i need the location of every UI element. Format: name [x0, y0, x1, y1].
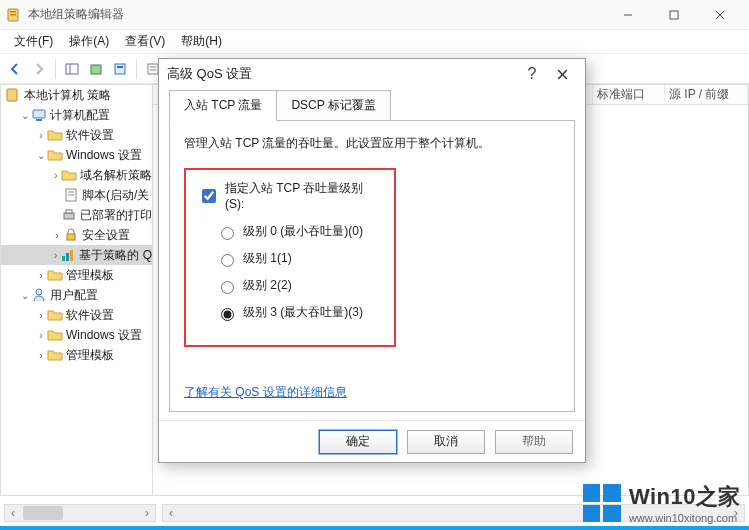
svg-rect-12	[148, 64, 158, 74]
throughput-checkbox-row[interactable]: 指定入站 TCP 吞吐量级别(S):	[198, 180, 382, 211]
svg-rect-17	[36, 119, 42, 121]
show-hide-tree-icon[interactable]	[61, 58, 83, 80]
tree-dns-policy[interactable]: › 域名解析策略	[1, 165, 152, 185]
svg-rect-21	[67, 234, 75, 240]
svg-rect-7	[66, 64, 78, 74]
cancel-button[interactable]: 取消	[407, 430, 485, 454]
collapse-icon[interactable]: ⌄	[35, 150, 47, 161]
folder-icon	[47, 347, 63, 363]
main-titlebar: 本地组策略编辑器	[0, 0, 749, 30]
expand-icon[interactable]: ›	[51, 250, 60, 261]
tree-user-config[interactable]: ⌄ 用户配置	[1, 285, 152, 305]
tab-inbound-tcp[interactable]: 入站 TCP 流量	[169, 90, 277, 121]
menu-view[interactable]: 查看(V)	[117, 30, 173, 53]
scroll-right-icon[interactable]: ›	[139, 506, 155, 520]
menu-action[interactable]: 操作(A)	[61, 30, 117, 53]
folder-icon	[47, 147, 63, 163]
close-button[interactable]	[697, 0, 743, 30]
help-button[interactable]: 帮助	[495, 430, 573, 454]
svg-rect-20	[66, 210, 72, 213]
export-icon[interactable]	[85, 58, 107, 80]
properties-icon[interactable]	[109, 58, 131, 80]
radio-level-2[interactable]: 级别 2(2)	[216, 277, 382, 294]
folder-icon	[47, 127, 63, 143]
radio-level-3-input[interactable]	[221, 308, 234, 321]
folder-icon	[47, 327, 63, 343]
qos-dialog: 高级 QoS 设置 ? 入站 TCP 流量 DSCP 标记覆盖 管理入站 TCP…	[158, 58, 586, 463]
scroll-thumb[interactable]	[23, 506, 63, 520]
radio-level-1[interactable]: 级别 1(1)	[216, 250, 382, 267]
menu-help[interactable]: 帮助(H)	[173, 30, 230, 53]
tree-hscrollbar[interactable]: ‹ ›	[4, 504, 156, 522]
tree-admin-templates[interactable]: › 管理模板	[1, 265, 152, 285]
tree-user-windows[interactable]: › Windows 设置	[1, 325, 152, 345]
dialog-title: 高级 QoS 设置	[167, 65, 517, 83]
tree-scripts[interactable]: 脚本(启动/关	[1, 185, 152, 205]
radio-level-1-input[interactable]	[221, 254, 234, 267]
windows-logo-icon	[583, 484, 621, 522]
computer-icon	[31, 107, 47, 123]
forward-icon[interactable]	[28, 58, 50, 80]
tree-qos-policy[interactable]: › 基于策略的 Q	[1, 245, 152, 265]
expand-icon[interactable]: ›	[35, 130, 47, 141]
policy-icon	[5, 87, 21, 103]
tree-printers[interactable]: 已部署的打印	[1, 205, 152, 225]
tree-pane: 本地计算机 策略 ⌄ 计算机配置 › 软件设置 ⌄ Windows 设置 › 域…	[1, 85, 153, 495]
dialog-close-button[interactable]	[547, 61, 577, 87]
expand-icon[interactable]: ›	[51, 230, 63, 241]
lock-icon	[63, 227, 79, 243]
collapse-icon[interactable]: ⌄	[19, 110, 31, 121]
dialog-tabs: 入站 TCP 流量 DSCP 标记覆盖	[169, 89, 575, 120]
tree-root[interactable]: 本地计算机 策略	[1, 85, 152, 105]
svg-rect-22	[62, 256, 65, 261]
collapse-icon[interactable]: ⌄	[19, 290, 31, 301]
svg-rect-16	[33, 110, 45, 118]
dialog-description: 管理入站 TCP 流量的吞吐量。此设置应用于整个计算机。	[184, 135, 560, 152]
minimize-button[interactable]	[605, 0, 651, 30]
maximize-button[interactable]	[651, 0, 697, 30]
svg-rect-15	[7, 89, 17, 101]
tree-windows-settings[interactable]: ⌄ Windows 设置	[1, 145, 152, 165]
bottom-accent-bar	[0, 526, 749, 530]
watermark: Win10之家 www.win10xitong.com	[583, 482, 741, 524]
grid-col-stdport[interactable]: 标准端口	[593, 85, 665, 104]
scroll-left-icon[interactable]: ‹	[5, 506, 21, 520]
menu-bar: 文件(F) 操作(A) 查看(V) 帮助(H)	[0, 30, 749, 54]
tree-user-templates[interactable]: › 管理模板	[1, 345, 152, 365]
qos-learn-more-link[interactable]: 了解有关 QoS 设置的详细信息	[184, 384, 560, 401]
back-icon[interactable]	[4, 58, 26, 80]
window-title: 本地组策略编辑器	[28, 6, 605, 23]
expand-icon[interactable]: ›	[35, 270, 47, 281]
radio-level-2-input[interactable]	[221, 281, 234, 294]
printer-icon	[61, 207, 77, 223]
throughput-checkbox[interactable]	[202, 189, 216, 203]
folder-icon	[47, 267, 63, 283]
ok-button[interactable]: 确定	[319, 430, 397, 454]
expand-icon[interactable]: ›	[35, 310, 47, 321]
chart-icon	[60, 247, 76, 263]
tree-software-settings[interactable]: › 软件设置	[1, 125, 152, 145]
dialog-help-button[interactable]: ?	[517, 61, 547, 87]
watermark-url: www.win10xitong.com	[629, 512, 741, 524]
tree-user-software[interactable]: › 软件设置	[1, 305, 152, 325]
svg-rect-24	[70, 250, 73, 261]
tree-security[interactable]: › 安全设置	[1, 225, 152, 245]
dialog-titlebar[interactable]: 高级 QoS 设置 ?	[159, 59, 585, 89]
svg-rect-23	[66, 253, 69, 261]
tree-computer-config[interactable]: ⌄ 计算机配置	[1, 105, 152, 125]
expand-icon[interactable]: ›	[35, 350, 47, 361]
tab-dscp-override[interactable]: DSCP 标记覆盖	[277, 90, 390, 121]
folder-icon	[61, 167, 77, 183]
grid-col-srcip[interactable]: 源 IP / 前缀	[665, 85, 748, 104]
expand-icon[interactable]: ›	[51, 170, 61, 181]
scroll-left-icon[interactable]: ‹	[163, 506, 179, 520]
expand-icon[interactable]: ›	[35, 330, 47, 341]
radio-level-0[interactable]: 级别 0 (最小吞吐量)(0)	[216, 223, 382, 240]
throughput-checkbox-label: 指定入站 TCP 吞吐量级别(S):	[225, 180, 382, 211]
folder-icon	[47, 307, 63, 323]
svg-rect-1	[10, 11, 16, 13]
menu-file[interactable]: 文件(F)	[6, 30, 61, 53]
radio-level-0-input[interactable]	[221, 227, 234, 240]
svg-point-25	[36, 289, 42, 295]
radio-level-3[interactable]: 级别 3 (最大吞吐量)(3)	[216, 304, 382, 321]
